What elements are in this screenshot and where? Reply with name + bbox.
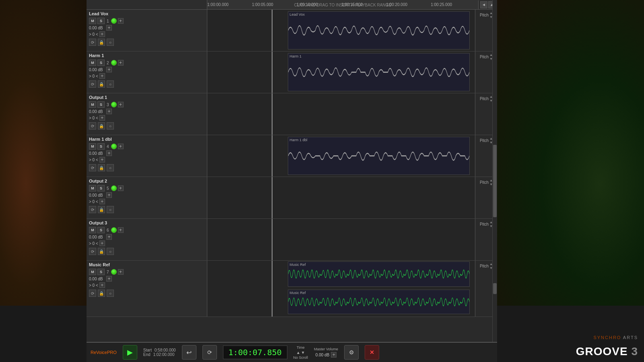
track-row-music-ref: Music Ref M S 7 + 0.00 dB + > 0 < + — [87, 261, 497, 317]
pitch-label-output1[interactable]: Pitch — [480, 97, 489, 101]
pan-plus-lead-vox[interactable]: + — [99, 31, 105, 37]
btn-loop-output2[interactable]: ⟳ — [89, 206, 96, 213]
btn-loop-music-ref[interactable]: ⟳ — [89, 290, 96, 297]
settings-btn[interactable]: ⚙ — [344, 345, 359, 360]
pan-plus-output3[interactable]: + — [99, 241, 105, 246]
volume-plus-output1[interactable]: + — [106, 109, 112, 114]
master-vol-plus[interactable]: + — [331, 352, 336, 358]
add-btn-lead-vox[interactable]: + — [118, 18, 124, 24]
pan-plus-output1[interactable]: + — [99, 115, 105, 121]
track-content-output2[interactable] — [207, 177, 475, 218]
solo-btn-output2[interactable]: S — [97, 185, 105, 191]
pan-plus-music-ref[interactable]: + — [99, 282, 105, 288]
pitch-label-output2[interactable]: Pitch — [480, 180, 489, 185]
solo-btn-lead-vox[interactable]: S — [97, 18, 105, 24]
monitor-btn-lead-vox[interactable] — [111, 18, 117, 24]
btn-power-harm1[interactable]: ○ — [107, 80, 114, 88]
rewind-btn[interactable]: ↩ — [182, 345, 196, 360]
close-btn[interactable]: ✕ — [365, 345, 379, 360]
track-scrollbar-music-ref[interactable] — [492, 261, 497, 317]
btn-lock-music-ref[interactable]: 🔒 — [98, 290, 105, 297]
btn-lock-output1[interactable]: 🔒 — [98, 122, 105, 130]
pitch-label-harm1dbl[interactable]: Pitch — [480, 138, 489, 143]
clip-music-ref-bottom[interactable]: Music Ref — [288, 290, 470, 314]
solo-btn-harm1dbl[interactable]: S — [97, 143, 105, 150]
track-content-lead-vox[interactable]: Lead Vox — [207, 10, 475, 51]
btn-power-harm1dbl[interactable]: ○ — [107, 164, 114, 171]
track-content-music-ref[interactable]: Music Ref Music Ref — [207, 261, 475, 317]
ruler-timeline[interactable]: 1:00:00.000 1:00:05.000 1:00:10.000 1:00… — [207, 0, 478, 9]
track-content-harm1dbl[interactable]: Harm 1 dbl — [207, 135, 475, 177]
ruler-mark-0: 1:00:00.000 — [207, 2, 229, 7]
volume-plus-output3[interactable]: + — [106, 234, 112, 240]
clip-harm1[interactable]: Harm 1 — [288, 53, 470, 91]
logo-revoice-text: ReVoice — [91, 350, 107, 355]
mute-btn-output2[interactable]: M — [89, 185, 96, 191]
add-btn-output1[interactable]: + — [118, 102, 124, 107]
volume-plus-lead-vox[interactable]: + — [106, 25, 112, 31]
tracks-area[interactable]: Lead Vox M S 1 + 0.00 dB + > 0 < + ⟳ — [87, 10, 497, 342]
clip-lead-vox[interactable]: Lead Vox — [288, 11, 470, 49]
loop-btn[interactable]: ⟳ — [202, 345, 217, 360]
btn-lock-lead-vox[interactable]: 🔒 — [98, 39, 105, 46]
add-btn-output3[interactable]: + — [118, 227, 124, 233]
btn-power-output2[interactable]: ○ — [107, 206, 114, 213]
monitor-btn-harm1[interactable] — [111, 60, 117, 66]
monitor-btn-output2[interactable] — [111, 185, 117, 191]
ruler-nav-left-btn[interactable]: ◄ — [480, 1, 487, 8]
volume-plus-harm1[interactable]: + — [106, 67, 112, 72]
pitch-label-music-ref[interactable]: Pitch — [480, 264, 489, 268]
monitor-btn-output1[interactable] — [111, 102, 117, 107]
scrollbar-thumb-output3[interactable] — [493, 145, 497, 217]
btn-power-music-ref[interactable]: ○ — [107, 290, 114, 297]
monitor-btn-music-ref[interactable] — [111, 269, 117, 275]
btn-loop-harm1[interactable]: ⟳ — [89, 80, 96, 88]
track-bottom-harm1dbl: ⟳ 🔒 ○ — [89, 164, 204, 171]
volume-plus-music-ref[interactable]: + — [106, 276, 112, 282]
btn-lock-output3[interactable]: 🔒 — [98, 248, 105, 255]
pitch-label-lead-vox[interactable]: Pitch — [480, 13, 489, 17]
add-btn-music-ref[interactable]: + — [118, 269, 124, 275]
pitch-label-output3[interactable]: Pitch — [480, 222, 489, 226]
volume-plus-harm1dbl[interactable]: + — [106, 150, 112, 156]
scrollbar-thumb-music-ref[interactable] — [493, 283, 497, 294]
pitch-label-harm1[interactable]: Pitch — [480, 55, 489, 59]
add-btn-harm1[interactable]: + — [118, 60, 124, 66]
btn-lock-output2[interactable]: 🔒 — [98, 206, 105, 213]
solo-btn-output1[interactable]: S — [97, 101, 105, 108]
btn-loop-harm1dbl[interactable]: ⟳ — [89, 164, 96, 171]
solo-btn-music-ref[interactable]: S — [97, 269, 105, 275]
btn-lock-harm1[interactable]: 🔒 — [98, 80, 105, 88]
track-content-output3[interactable] — [207, 219, 475, 260]
pan-plus-harm1dbl[interactable]: + — [99, 157, 105, 162]
btn-loop-output1[interactable]: ⟳ — [89, 122, 96, 130]
btn-power-output3[interactable]: ○ — [107, 248, 114, 255]
monitor-btn-harm1dbl[interactable] — [111, 144, 117, 149]
mute-btn-lead-vox[interactable]: M — [89, 18, 96, 24]
record-btn[interactable]: ▶ — [123, 345, 137, 360]
volume-plus-output2[interactable]: + — [106, 192, 112, 198]
monitor-btn-output3[interactable] — [111, 227, 117, 233]
solo-btn-output3[interactable]: S — [97, 227, 105, 233]
mute-btn-harm1[interactable]: M — [89, 60, 96, 66]
time-mode-up[interactable]: ▲ — [296, 350, 300, 355]
btn-loop-lead-vox[interactable]: ⟳ — [89, 39, 96, 46]
btn-lock-harm1dbl[interactable]: 🔒 — [98, 164, 105, 171]
clip-harm1dbl[interactable]: Harm 1 dbl — [288, 137, 470, 175]
pan-plus-output2[interactable]: + — [99, 199, 105, 204]
mute-btn-music-ref[interactable]: M — [89, 269, 96, 275]
track-content-harm1[interactable]: Harm 1 — [207, 51, 475, 93]
mute-btn-output3[interactable]: M — [89, 227, 96, 233]
mute-btn-output1[interactable]: M — [89, 101, 96, 108]
clip-music-ref-top[interactable]: Music Ref — [288, 261, 470, 287]
add-btn-harm1dbl[interactable]: + — [118, 144, 124, 149]
mute-btn-harm1dbl[interactable]: M — [89, 143, 96, 150]
btn-power-lead-vox[interactable]: ○ — [107, 39, 114, 46]
btn-loop-output3[interactable]: ⟳ — [89, 248, 96, 255]
solo-btn-harm1[interactable]: S — [97, 60, 105, 66]
pan-plus-harm1[interactable]: + — [99, 73, 105, 79]
btn-power-output1[interactable]: ○ — [107, 122, 114, 130]
time-mode-down[interactable]: ▼ — [301, 350, 305, 355]
add-btn-output2[interactable]: + — [118, 185, 124, 191]
track-content-output1[interactable] — [207, 93, 475, 135]
